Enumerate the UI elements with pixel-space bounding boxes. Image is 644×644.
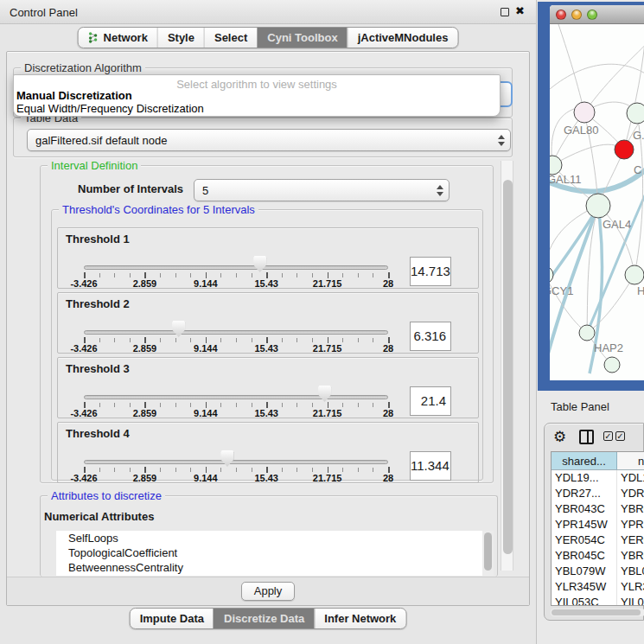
cell-name: YBR0 xyxy=(617,548,644,564)
dropdown-placeholder[interactable]: Select algorithm to view settings xyxy=(14,75,500,89)
settings-gear-icon[interactable]: ⚙ xyxy=(553,428,566,446)
threshold-value-field[interactable]: 11.344 xyxy=(410,451,451,481)
table-data-value: galFiltered.sif default node xyxy=(35,134,494,147)
attribute-item-selfloops[interactable]: SelfLoops xyxy=(56,531,494,545)
checkbox-icon[interactable]: ✓ xyxy=(615,431,625,441)
dropdown-option-manual-discretization[interactable]: Manual Discretization xyxy=(14,89,500,102)
major-tick xyxy=(144,272,146,278)
network-node[interactable] xyxy=(604,357,620,373)
thresholds-group-title: Threshold's Coordinates for 5 Intervals xyxy=(59,203,258,216)
threshold-value-field[interactable]: 14.713 xyxy=(410,257,451,286)
interval-definition-title: Interval Definition xyxy=(48,159,141,172)
tab-discretize-data[interactable]: Discretize Data xyxy=(214,609,314,628)
cell-name: YPR1 xyxy=(617,517,644,532)
tab-select[interactable]: Select xyxy=(204,28,257,48)
table-hscrollbar-track[interactable] xyxy=(551,609,644,616)
tick-label: 15.43 xyxy=(254,408,278,418)
table-row[interactable]: YIL053CYIL0 xyxy=(552,595,644,606)
attributes-list[interactable]: SelfLoopsTopologicalCoefficientBetweenne… xyxy=(56,531,494,576)
number-of-intervals-combobox[interactable]: 5 xyxy=(194,179,450,201)
panel-scrollbar-track[interactable] xyxy=(501,161,513,571)
table-row[interactable]: YBR043CYBR0 xyxy=(552,501,644,517)
table-row[interactable]: YBL079WYBL0 xyxy=(552,564,644,579)
tab-label: Select xyxy=(214,31,247,44)
tab-style[interactable]: Style xyxy=(157,28,204,48)
network-view-window: GAL80G.CGAL11GAL4GCY1HHAP2 xyxy=(538,2,644,391)
major-tick xyxy=(328,467,329,473)
network-node-gal11[interactable] xyxy=(550,156,562,175)
network-node-gcy1[interactable] xyxy=(550,266,553,284)
table-row[interactable]: YDL19...YDL1 xyxy=(552,470,644,486)
tab-label: Cyni Toolbox xyxy=(267,31,337,44)
column-split-icon[interactable] xyxy=(579,430,594,444)
slider-thumb[interactable] xyxy=(172,321,185,337)
slider-thumb[interactable] xyxy=(220,450,233,467)
network-edge[interactable] xyxy=(558,24,584,112)
table-row[interactable]: YER054CYER0 xyxy=(552,532,644,548)
tab-impute-data[interactable]: Impute Data xyxy=(131,609,214,628)
network-node-gal4[interactable] xyxy=(586,194,610,218)
threshold-slider[interactable]: -3.4262.8599.14415.4321.71528 xyxy=(84,293,388,354)
threshold-slider[interactable]: -3.4262.8599.14415.4321.71528 xyxy=(84,358,388,419)
major-tick xyxy=(328,337,329,343)
slider-thumb[interactable] xyxy=(253,256,266,272)
tab-network[interactable]: Network xyxy=(79,28,157,48)
threshold-slider[interactable]: -3.4262.8599.14415.4321.71528 xyxy=(84,228,388,290)
table-row[interactable]: YPR145WYPR1 xyxy=(552,517,644,532)
tab-infer-network[interactable]: Infer Network xyxy=(314,609,405,628)
table-row[interactable]: YBR045CYBR0 xyxy=(552,548,644,564)
attribute-item-topologicalcoefficient[interactable]: TopologicalCoefficient xyxy=(56,545,494,560)
close-traffic-light-icon[interactable] xyxy=(556,10,566,20)
attribute-item-betweennesscentrality[interactable]: BetweennessCentrality xyxy=(56,560,494,575)
slider-thumb[interactable] xyxy=(318,386,331,402)
minimize-traffic-light-icon[interactable] xyxy=(571,10,582,20)
network-node-g[interactable] xyxy=(627,103,644,124)
table-rows: YDL19...YDL1YDR27...YDR2YBR043CYBR0YPR14… xyxy=(552,470,644,606)
tick-label: 21.715 xyxy=(313,408,342,418)
network-node-hap2[interactable] xyxy=(579,325,595,341)
major-tick xyxy=(206,337,207,343)
cell-shared-name: YBR045C xyxy=(552,548,617,564)
panel-scrollbar-thumb[interactable] xyxy=(503,180,513,554)
network-canvas[interactable]: GAL80G.CGAL11GAL4GCY1HHAP2 xyxy=(550,24,644,380)
dropdown-option-equal-width-frequency-discretization[interactable]: Equal Width/Frequency Discretization xyxy=(14,102,500,115)
threshold-list: Threshold 1-3.4262.8599.14415.4321.71528… xyxy=(57,227,479,483)
table-hscrollbar-thumb[interactable] xyxy=(552,609,641,615)
close-icon[interactable]: ✖ xyxy=(515,4,525,17)
tab-jactivemnodules[interactable]: jActiveMNodules xyxy=(348,28,458,48)
table-row[interactable]: YDR27...YDR2 xyxy=(552,486,644,501)
column-header-shared-name[interactable]: shared... xyxy=(552,452,617,469)
threshold-value-field[interactable]: 6.316 xyxy=(410,322,451,351)
float-window-icon[interactable] xyxy=(501,8,509,16)
table-row[interactable]: YLR345WYLR3 xyxy=(552,579,644,595)
interval-definition-group: Interval Definition Number of Intervals … xyxy=(40,165,494,483)
slider-track xyxy=(84,330,388,335)
network-node-h[interactable] xyxy=(625,265,644,284)
major-tick xyxy=(144,467,146,473)
tick-label: -3.426 xyxy=(70,408,97,418)
network-graph[interactable]: GAL80G.CGAL11GAL4GCY1HHAP2 xyxy=(550,24,644,380)
threshold-value-field[interactable]: 21.4 xyxy=(410,386,451,416)
threshold-row: Threshold 3-3.4262.8599.14415.4321.71528… xyxy=(57,357,479,418)
threshold-row: Threshold 2-3.4262.8599.14415.4321.71528… xyxy=(57,292,479,354)
network-node-gal80[interactable] xyxy=(574,102,595,123)
threshold-slider[interactable]: -3.4262.8599.14415.4321.71528 xyxy=(84,423,388,484)
tab-cyni-toolbox[interactable]: Cyni Toolbox xyxy=(257,28,347,48)
attributes-scrollbar-track[interactable] xyxy=(482,531,494,576)
tick-label: 15.43 xyxy=(254,343,278,354)
table-header-row: shared... n xyxy=(552,452,644,470)
network-node-label: HAP2 xyxy=(594,341,623,354)
major-tick xyxy=(266,337,268,343)
table-panel-toolbar: ⚙ ✓ ✓ xyxy=(545,424,643,451)
network-edge[interactable] xyxy=(587,275,634,333)
apply-button[interactable]: Apply xyxy=(241,582,295,601)
zoom-traffic-light-icon[interactable] xyxy=(587,10,597,20)
slider-tick-labels: -3.4262.8599.14415.4321.71528 xyxy=(84,408,388,418)
network-node-c[interactable] xyxy=(615,140,634,159)
network-edge[interactable] xyxy=(552,144,624,165)
attributes-scrollbar-thumb[interactable] xyxy=(484,532,492,571)
network-edge[interactable] xyxy=(550,64,644,99)
table-data-combobox[interactable]: galFiltered.sif default node xyxy=(27,129,511,151)
checkbox-icon[interactable]: ✓ xyxy=(603,431,613,441)
column-header-name[interactable]: n xyxy=(617,452,644,469)
